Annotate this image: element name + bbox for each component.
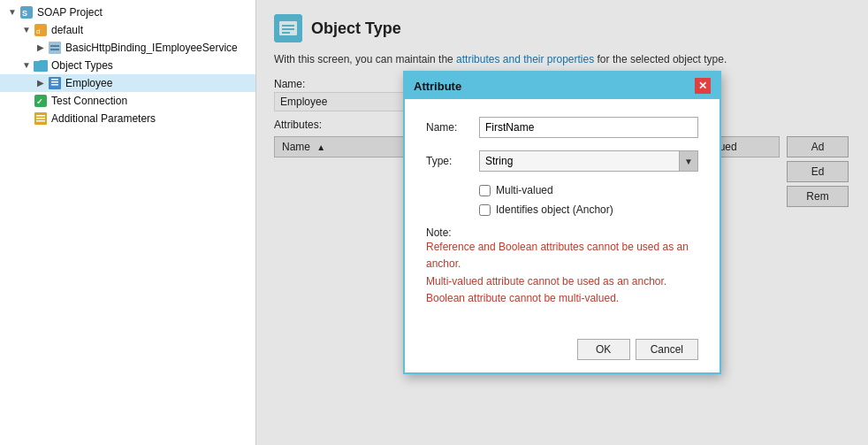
modal-type-label: Type:: [426, 155, 479, 167]
sidebar-item-label: BasicHttpBinding_IEmployeeService: [65, 42, 238, 54]
modal-cancel-button[interactable]: Cancel: [636, 339, 698, 360]
sidebar-item-label: Employee: [65, 77, 112, 89]
default-icon: d: [34, 23, 48, 37]
svg-rect-10: [51, 84, 58, 86]
svg-rect-15: [36, 118, 45, 119]
multivalued-label[interactable]: Multi-valued: [496, 184, 553, 196]
svg-rect-14: [36, 115, 45, 117]
multivalued-checkbox[interactable]: [479, 185, 491, 196]
svg-rect-9: [51, 81, 58, 83]
svg-text:S: S: [22, 9, 27, 18]
soap-icon: S: [19, 5, 34, 19]
attribute-modal: Attribute ✕ Name: Type: String Integer: [403, 71, 721, 374]
modal-body: Name: Type: String Integer Boolean Refer…: [405, 99, 720, 332]
sidebar-item-employee[interactable]: ▶ Employee: [0, 74, 255, 92]
modal-footer: OK Cancel: [405, 332, 720, 372]
chevron-icon: ▶: [35, 78, 46, 88]
sidebar-item-label: SOAP Project: [37, 6, 103, 19]
modal-note-line-1: Reference and Boolean attributes cannot …: [426, 239, 698, 272]
identifies-checkbox[interactable]: [479, 204, 491, 216]
sidebar-item-additional-parameters[interactable]: ▶ Additional Parameters: [0, 110, 255, 127]
modal-type-row: Type: String Integer Boolean Reference D…: [426, 150, 698, 172]
chevron-icon: ▼: [21, 60, 32, 71]
modal-title: Attribute: [414, 80, 461, 93]
chevron-icon: ▼: [7, 7, 18, 18]
svg-text:✓: ✓: [36, 97, 43, 106]
employee-icon: [48, 76, 62, 90]
modal-note-line-3: Boolean attribute cannot be multi-valued…: [426, 290, 698, 307]
modal-titlebar: Attribute ✕: [405, 73, 720, 99]
svg-rect-5: [50, 45, 59, 47]
sidebar-item-soap-project[interactable]: ▼ S SOAP Project: [0, 4, 255, 21]
identifies-label[interactable]: Identifies object (Anchor): [496, 203, 613, 216]
sidebar-item-label: Test Connection: [51, 95, 127, 107]
modal-note-line-2: Multi-valued attribute cannot be used as…: [426, 273, 698, 290]
svg-rect-4: [49, 42, 61, 54]
modal-note-title: Note:: [426, 226, 698, 239]
modal-identifies-row: Identifies object (Anchor): [426, 203, 698, 216]
params-icon: [34, 111, 48, 126]
folder-icon: [34, 58, 48, 73]
modal-ok-button[interactable]: OK: [577, 339, 630, 360]
sidebar-item-default[interactable]: ▼ d default: [0, 21, 255, 39]
sidebar-item-object-types[interactable]: ▼ Object Types: [0, 57, 255, 74]
chevron-icon: ▶: [35, 42, 46, 53]
modal-name-row: Name:: [426, 117, 698, 138]
modal-type-select-wrap: String Integer Boolean Reference DateTim…: [479, 150, 698, 172]
svg-text:d: d: [36, 27, 40, 35]
modal-multivalued-row: Multi-valued: [426, 184, 698, 196]
sidebar-item-binding[interactable]: ▶ BasicHttpBinding_IEmployeeService: [0, 39, 255, 57]
sidebar-item-label: Additional Parameters: [51, 112, 156, 125]
sidebar-item-label: default: [51, 24, 83, 36]
sidebar-item-test-connection[interactable]: ▶ ✓ Test Connection: [0, 92, 255, 110]
sidebar-item-label: Object Types: [51, 59, 113, 72]
binding-icon: [48, 41, 62, 55]
test-icon: ✓: [34, 94, 48, 108]
svg-rect-8: [51, 79, 58, 81]
modal-note: Note: Reference and Boolean attributes c…: [426, 226, 698, 307]
main-content: Object Type With this screen, you can ma…: [256, 0, 868, 445]
modal-name-label: Name:: [426, 121, 479, 134]
modal-name-input[interactable]: [479, 117, 698, 138]
modal-overlay: Attribute ✕ Name: Type: String Integer: [256, 0, 868, 445]
svg-rect-16: [36, 120, 45, 122]
chevron-icon: ▼: [21, 25, 32, 35]
svg-rect-6: [50, 49, 59, 50]
sidebar: ▼ S SOAP Project ▼ d default ▶ BasicHttp…: [0, 0, 256, 445]
modal-type-select[interactable]: String Integer Boolean Reference DateTim…: [479, 150, 698, 172]
modal-close-button[interactable]: ✕: [695, 78, 711, 94]
